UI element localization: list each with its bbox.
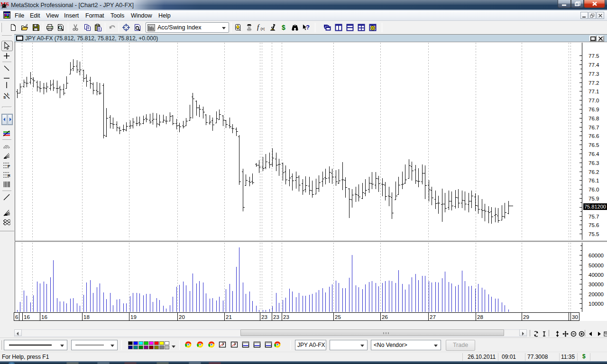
svg-text:60000: 60000 xyxy=(589,253,604,258)
svg-text:30000: 30000 xyxy=(589,282,604,287)
svg-text:76.3: 76.3 xyxy=(589,160,599,166)
svg-text:76.1: 76.1 xyxy=(589,178,599,183)
svg-text:77.4: 77.4 xyxy=(589,62,599,68)
svg-text:16: 16 xyxy=(41,314,47,320)
svg-text:77.5: 77.5 xyxy=(589,53,599,59)
svg-text:29: 29 xyxy=(523,314,529,320)
svg-text:77.3: 77.3 xyxy=(589,71,599,77)
svg-text:28: 28 xyxy=(477,314,483,320)
svg-text:76.8: 76.8 xyxy=(589,116,599,121)
svg-text:77.1: 77.1 xyxy=(589,89,599,94)
svg-text:21: 21 xyxy=(226,314,232,320)
svg-text:75.9: 75.9 xyxy=(589,196,599,201)
svg-text:75.81200: 75.81200 xyxy=(584,204,606,209)
svg-text:23: 23 xyxy=(261,314,267,320)
svg-text:76.4: 76.4 xyxy=(589,151,599,157)
svg-text:20: 20 xyxy=(179,314,185,320)
svg-text:50000: 50000 xyxy=(589,263,604,268)
svg-text:1: 1 xyxy=(234,342,236,346)
svg-text:75.5: 75.5 xyxy=(589,231,599,237)
svg-text:23: 23 xyxy=(273,314,279,320)
svg-text:76.9: 76.9 xyxy=(589,107,599,112)
svg-text:16: 16 xyxy=(24,314,30,320)
svg-text:23: 23 xyxy=(283,314,289,320)
svg-text:76.2: 76.2 xyxy=(589,169,599,175)
svg-text:f: f xyxy=(257,24,260,31)
svg-text:76.0: 76.0 xyxy=(589,187,599,192)
svg-text:1: 1 xyxy=(222,342,224,346)
svg-text:$: $ xyxy=(282,24,285,31)
svg-text:18: 18 xyxy=(83,314,90,320)
svg-text:26: 26 xyxy=(382,314,388,320)
svg-text:76.6: 76.6 xyxy=(589,133,599,139)
svg-text:?: ? xyxy=(306,24,310,31)
svg-text:25: 25 xyxy=(335,314,341,320)
svg-text:20000: 20000 xyxy=(589,291,604,297)
svg-text:75.6: 75.6 xyxy=(589,222,599,228)
svg-text:30: 30 xyxy=(572,314,578,320)
svg-text:76.5: 76.5 xyxy=(589,142,599,148)
svg-text:6: 6 xyxy=(15,314,18,320)
svg-text:40000: 40000 xyxy=(589,272,604,278)
svg-text:19: 19 xyxy=(130,314,137,320)
svg-text:27: 27 xyxy=(430,314,436,320)
svg-text:10000: 10000 xyxy=(589,301,604,307)
svg-text:76.7: 76.7 xyxy=(589,125,599,130)
svg-text:75.7: 75.7 xyxy=(589,214,599,219)
svg-text:(x): (x) xyxy=(261,27,265,31)
svg-text:77.2: 77.2 xyxy=(589,80,599,86)
svg-text:77.0: 77.0 xyxy=(589,98,599,103)
